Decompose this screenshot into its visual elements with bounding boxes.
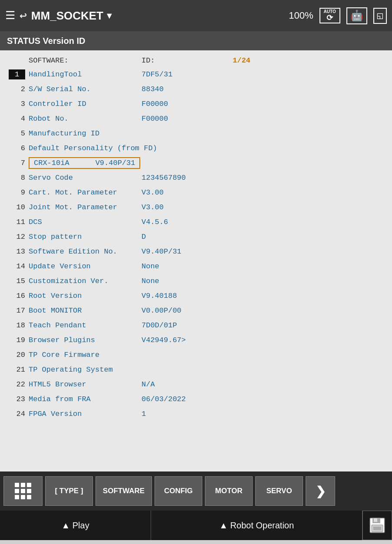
- row-label: Customization Ver.: [29, 277, 142, 285]
- row-label: Root Version: [29, 292, 142, 300]
- row-number: 4: [9, 115, 29, 123]
- table-row[interactable]: 5 Manufacturing ID: [9, 126, 383, 140]
- table-row[interactable]: 17 Boot MONITOR V0.00P/00: [9, 303, 383, 317]
- row-value: V3.00: [142, 203, 164, 211]
- table-row[interactable]: 21 TP Operating System: [9, 363, 383, 376]
- row-number: 21: [9, 366, 29, 374]
- row-number: 20: [9, 351, 29, 359]
- save-button[interactable]: [362, 511, 392, 540]
- table-row[interactable]: 13 Software Edition No. V9.40P/31: [9, 244, 383, 258]
- col-software-header: SOFTWARE:: [29, 56, 142, 65]
- row-number: 2: [9, 85, 29, 93]
- row-value: V42949.67>: [142, 336, 186, 344]
- row-value: 1234567890: [142, 174, 186, 182]
- table-row[interactable]: 20 TP Core Firmware: [9, 348, 383, 362]
- type-button[interactable]: [ TYPE ]: [45, 476, 93, 506]
- menu-icon[interactable]: ☰: [5, 9, 15, 23]
- row-value: V0.00P/00: [142, 307, 181, 315]
- table-row[interactable]: 23 Media from FRA 06/03/2022: [9, 392, 383, 406]
- grid-button[interactable]: [3, 476, 43, 506]
- row-label: Browser Plugins: [29, 336, 142, 344]
- row-label: Boot MONITOR: [29, 307, 142, 315]
- row-label: Update Version: [29, 262, 142, 270]
- table-header: SOFTWARE: ID: 1/24: [9, 56, 383, 65]
- svg-rect-2: [374, 518, 377, 522]
- row-number: 24: [9, 410, 29, 418]
- top-bar-left: ☰ ↩ MM_SOCKET▼: [5, 8, 284, 23]
- row-number: 19: [9, 336, 29, 344]
- next-arrow-button[interactable]: ❯: [306, 476, 335, 506]
- row-value: V9.40P/31: [142, 247, 181, 256]
- table-row[interactable]: 4 Robot No. F00000: [9, 112, 383, 125]
- top-bar-right: 100% AUTO ⟳ 🤖 ◱: [289, 7, 387, 24]
- robot-operation-status[interactable]: ▲ Robot Operation: [151, 511, 362, 540]
- row-number: 8: [9, 174, 29, 182]
- table-row[interactable]: 18 Teach Pendant 7D0D/01P: [9, 318, 383, 332]
- row-label: TP Operating System: [29, 366, 142, 374]
- row-number: 9: [9, 188, 29, 197]
- servo-button[interactable]: SERVO: [255, 476, 303, 506]
- row-number: 17: [9, 307, 29, 315]
- table-row[interactable]: 22 HTML5 Browser N/A: [9, 377, 383, 391]
- table-row[interactable]: 3 Controller ID F00000: [9, 97, 383, 111]
- row-label: TP Core Firmware: [29, 351, 142, 359]
- row-label: Robot No.: [29, 115, 142, 123]
- table-row[interactable]: 15 Customization Ver. None: [9, 274, 383, 288]
- row-label: S/W Serial No.: [29, 85, 142, 93]
- status-title: STATUS Version ID: [7, 36, 85, 46]
- svg-rect-4: [373, 527, 381, 530]
- play-status[interactable]: ▲ Play: [0, 511, 151, 540]
- row-label: Teach Pendant: [29, 321, 142, 330]
- row-number: 22: [9, 380, 29, 389]
- row-value: F00000: [142, 100, 168, 108]
- floppy-disk-icon: [369, 517, 385, 534]
- row-number-selected: 1: [9, 69, 25, 79]
- table-row[interactable]: 2 S/W Serial No. 88340: [9, 82, 383, 96]
- table-row[interactable]: 12 Stop pattern D: [9, 230, 383, 244]
- table-row[interactable]: 10 Joint Mot. Parameter V3.00: [9, 200, 383, 214]
- table-row[interactable]: 11 DCS V4.5.6: [9, 215, 383, 229]
- top-bar: ☰ ↩ MM_SOCKET▼ 100% AUTO ⟳ 🤖 ◱: [0, 0, 392, 31]
- app-title: MM_SOCKET▼: [31, 9, 114, 23]
- row-number: 12: [9, 233, 29, 241]
- title-dropdown-icon[interactable]: ▼: [105, 11, 114, 21]
- row-value: N/A: [142, 380, 155, 389]
- table-row[interactable]: 14 Update Version None: [9, 259, 383, 273]
- table-row[interactable]: 19 Browser Plugins V42949.67>: [9, 333, 383, 347]
- robot-icon[interactable]: 🤖: [346, 7, 367, 24]
- row-value: 7D0D/01P: [142, 321, 177, 330]
- row-number: 23: [9, 395, 29, 403]
- play-status-text: ▲ Play: [61, 521, 89, 531]
- row-label: DCS: [29, 218, 142, 226]
- table-row[interactable]: 16 Root Version V9.40188: [9, 289, 383, 303]
- row-value: V3.00: [142, 188, 164, 197]
- back-icon[interactable]: ↩: [20, 8, 27, 23]
- row-label: Media from FRA: [29, 395, 142, 403]
- robot-operation-text: ▲ Robot Operation: [219, 521, 294, 531]
- row-label: FPGA Version: [29, 410, 142, 418]
- table-row[interactable]: 6 Default Personality (from FD): [9, 141, 383, 155]
- row-label: Default Personality (from FD): [29, 144, 194, 152]
- row-number: 3: [9, 100, 29, 108]
- zoom-level: 100%: [289, 10, 313, 21]
- table-row[interactable]: 8 Servo Code 1234567890: [9, 171, 383, 185]
- config-button[interactable]: CONFIG: [155, 476, 202, 506]
- row-value: 1: [142, 410, 146, 418]
- block-icon[interactable]: ◱: [373, 8, 387, 24]
- row-label: Cart. Mot. Parameter: [29, 188, 142, 197]
- row-label: Servo Code: [29, 174, 142, 182]
- row-label: Stop pattern: [29, 233, 142, 241]
- row-number: 11: [9, 218, 29, 226]
- auto-mode-icon[interactable]: AUTO ⟳: [320, 8, 340, 23]
- table-row[interactable]: 24 FPGA Version 1: [9, 407, 383, 421]
- row-value: V9.40188: [142, 292, 177, 300]
- row-value: V9.40P/31: [96, 159, 135, 167]
- highlighted-row: CRX-10iA V9.40P/31: [29, 157, 140, 169]
- table-row[interactable]: 7 CRX-10iA V9.40P/31: [9, 156, 383, 170]
- row-value: 88340: [142, 85, 164, 93]
- table-row[interactable]: 1 HandlingTool 7DF5/31: [9, 67, 383, 81]
- motor-button[interactable]: MOTOR: [205, 476, 253, 506]
- table-row[interactable]: 9 Cart. Mot. Parameter V3.00: [9, 185, 383, 199]
- software-button[interactable]: SOFTWARE: [96, 476, 152, 506]
- row-number: 18: [9, 321, 29, 330]
